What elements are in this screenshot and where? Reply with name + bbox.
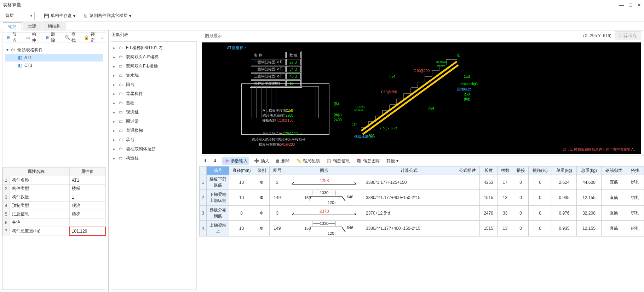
table-header[interactable]: 筋号: [207, 167, 229, 175]
svg-text:150: 150: [304, 226, 311, 230]
rebar-info-button[interactable]: 📋 钢筋信息: [325, 157, 351, 165]
atlas-item[interactable]: ▸🗀集水坑: [111, 71, 197, 80]
scale-button[interactable]: 📏 缩尺配筋: [295, 157, 321, 165]
delete-row-label: 删除: [281, 158, 290, 164]
close-button[interactable]: ✕: [637, 2, 641, 8]
expand-icon[interactable]: ▸: [113, 147, 117, 151]
table-header[interactable]: 图形: [285, 167, 363, 175]
tree-root[interactable]: ▾ 🗀 钢筋表格构件: [5, 46, 103, 54]
atlas-item[interactable]: ▸🗀零星构件: [111, 89, 197, 98]
expand-icon[interactable]: ▸: [113, 92, 117, 96]
table-header[interactable]: 图号: [270, 167, 285, 175]
save-single-label: 单构件存盘: [51, 13, 72, 19]
atlas-item[interactable]: ▸🗀F-L楼梯(03G101-2): [111, 43, 197, 52]
delete-button[interactable]: 🗑删除: [43, 31, 60, 44]
prop-name: 预制类型: [10, 202, 69, 210]
table-header[interactable]: 公式描述: [455, 167, 480, 175]
table-header[interactable]: 搭接: [626, 167, 644, 175]
overflow-icon[interactable]: »: [101, 35, 104, 40]
expand-icon[interactable]: ▸: [113, 101, 117, 105]
rebar-lib-button[interactable]: 📚 钢筋图库: [355, 157, 381, 165]
tab-rebar[interactable]: 钢筋: [3, 22, 22, 30]
arrow-down-button[interactable]: ⬇: [212, 158, 218, 164]
expand-icon[interactable]: ▸: [113, 138, 117, 142]
rebar-info-label: 钢筋信息: [333, 158, 350, 164]
arrow-up-button[interactable]: ⬆: [202, 158, 208, 164]
atlas-item-label: 基础: [126, 100, 134, 106]
atlas-item[interactable]: ▸🗀基础: [111, 98, 197, 107]
atlas-item-label: 墙柱或砌体拉筋: [126, 146, 156, 152]
table-header[interactable]: 总重(kg): [577, 167, 602, 175]
expand-icon[interactable]: ▸: [113, 129, 117, 133]
atlas-item[interactable]: ▸🗀阳台: [111, 80, 197, 89]
table-header[interactable]: 级别: [254, 167, 270, 175]
table-header[interactable]: 损耗(%): [529, 167, 552, 175]
component-button[interactable]: ▭构件: [24, 31, 41, 44]
search-button[interactable]: 🔍查找: [63, 31, 79, 44]
insert-button[interactable]: ➕ 插入: [253, 157, 271, 165]
table-row[interactable]: 3 梯板分布钢筋 8 Φ 3 2370 2370+12.5*d 2470 33 …: [200, 206, 644, 221]
calculate-save-button[interactable]: 计算保存: [615, 31, 641, 40]
node-button[interactable]: ⊞节点: [5, 31, 21, 44]
lock-button[interactable]: 🔒锁定: [82, 31, 98, 44]
maximize-button[interactable]: □: [629, 2, 632, 8]
rebar-lib-label: 钢筋图库: [363, 158, 380, 164]
tree-item-ct1[interactable]: ◧ CT1: [5, 62, 103, 69]
expand-icon[interactable]: ▸: [113, 110, 117, 114]
param-input-button[interactable]: a|e 参数输入: [222, 157, 249, 165]
prop-value[interactable]: 101.126: [69, 227, 105, 235]
prop-value[interactable]: 楼梯: [69, 185, 105, 193]
expand-icon[interactable]: ▸: [113, 119, 117, 123]
collapse-icon[interactable]: ▾: [5, 47, 10, 52]
save-single-button[interactable]: 💾 单构件存盘 ▾: [41, 12, 77, 19]
table-header[interactable]: 长度: [480, 167, 498, 175]
copy-to-floor-button[interactable]: ⎘ 复制构件到其它楼层 ▾: [80, 12, 133, 19]
atlas-item[interactable]: ▸🗀圈过梁: [111, 117, 197, 126]
expand-icon[interactable]: ▸: [113, 83, 117, 87]
atlas-item[interactable]: ▸🗀双网双向F-L楼梯: [111, 62, 197, 71]
atlas-list: ▸🗀F-L楼梯(03G101-2)▸🗀双网双向A-E楼梯▸🗀双网双向F-L楼梯▸…: [111, 41, 197, 290]
prop-value[interactable]: AT1: [69, 176, 105, 185]
tree-item-at1[interactable]: ◧ AT1: [5, 54, 103, 62]
prop-value[interactable]: [69, 218, 105, 227]
floor-selector[interactable]: 首层 ▾: [3, 12, 35, 20]
atlas-item[interactable]: ▸🗀双网双向A-E楼梯: [111, 52, 197, 62]
tab-steel[interactable]: 钢结构: [42, 22, 66, 30]
other-button[interactable]: 其他 ▾: [385, 157, 400, 165]
atlas-item-label: 双网双向A-E楼梯: [126, 54, 159, 60]
atlas-item[interactable]: ▸🗀承台: [111, 135, 197, 144]
expand-icon[interactable]: ▸: [113, 55, 117, 59]
drawing-canvas[interactable]: AT型楼梯： 名 称数 值 一级钢筋锚固(la1)27 D 二级钢筋锚固(la2…: [202, 42, 641, 154]
prop-value[interactable]: 楼梯: [69, 210, 105, 218]
table-header[interactable]: 单重(kg): [552, 167, 577, 175]
drawing-title: AT型楼梯：: [227, 45, 247, 51]
svg-text:15d: 15d: [464, 75, 470, 78]
delete-row-button[interactable]: 🗑 删除: [274, 157, 291, 165]
prop-value[interactable]: 1: [69, 193, 105, 202]
floor-selector-value: 首层: [5, 13, 14, 19]
table-row[interactable]: 1 梯板下部纵筋 10 Φ 3 4253 3380*1.177+125+150 …: [200, 175, 644, 190]
atlas-item[interactable]: ▸🗀墙柱或砌体拉筋: [111, 144, 197, 153]
component-icon: ▭: [26, 35, 30, 40]
tab-civil[interactable]: 土建: [23, 22, 42, 30]
table-header[interactable]: 钢筋归类: [602, 167, 626, 175]
chevron-down-icon: ▾: [30, 14, 32, 18]
minimize-button[interactable]: —: [619, 2, 624, 8]
table-row[interactable]: 2 下梯梁端上部纵筋 10 Φ 149 ├──1330──┤ 150 646 1…: [200, 190, 644, 206]
expand-icon[interactable]: ▸: [113, 46, 117, 50]
table-header[interactable]: 搭接: [513, 167, 529, 175]
prop-header-name: 属性名称: [3, 168, 70, 176]
atlas-item[interactable]: ▸🗀普通楼梯: [111, 126, 197, 135]
table-header[interactable]: 根数: [498, 167, 513, 175]
scale-icon: 📏: [296, 158, 301, 163]
prop-value[interactable]: 现浇: [69, 202, 105, 210]
table-header[interactable]: 计算公式: [363, 167, 455, 175]
atlas-item[interactable]: ▸🗀构造柱: [111, 153, 197, 163]
search-label: 查找: [71, 31, 77, 43]
expand-icon[interactable]: ▸: [113, 156, 117, 160]
atlas-item[interactable]: ▸🗀现浇桩: [111, 107, 197, 117]
expand-icon[interactable]: ▸: [113, 74, 117, 77]
table-row[interactable]: 4 上梯梁端上 10 Φ 149 ├──1330──┤ 150 646 120↕…: [200, 221, 644, 236]
expand-icon[interactable]: ▸: [113, 64, 117, 68]
table-header[interactable]: 直径(mm): [229, 167, 254, 175]
